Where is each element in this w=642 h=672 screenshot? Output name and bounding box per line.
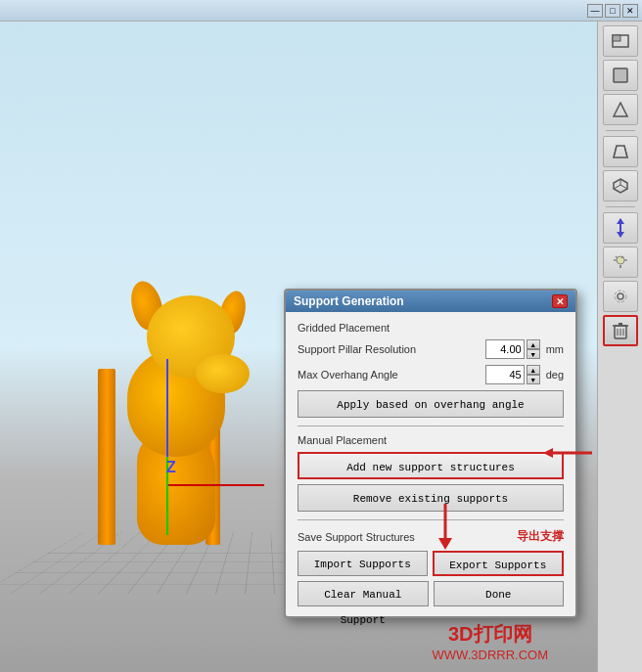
overhang-angle-down[interactable]: ▼ xyxy=(527,375,540,384)
toolbar-light-button[interactable] xyxy=(603,246,638,278)
toolbar-separator-2 xyxy=(606,206,635,207)
pillar-resolution-label: Support Pillar Resolution xyxy=(298,343,485,355)
overhang-angle-row: Max Overhang Angle ▲ ▼ deg xyxy=(298,365,564,384)
pillar-resolution-spinner: ▲ ▼ xyxy=(527,339,540,359)
overhang-angle-up[interactable]: ▲ xyxy=(527,365,540,375)
remove-supports-button[interactable]: Remove existing supports xyxy=(298,484,564,512)
pillar-resolution-value: ▲ ▼ mm xyxy=(485,339,564,359)
toolbar-perspective-button[interactable] xyxy=(603,136,638,167)
chinese-export-label: 导出支撑 xyxy=(517,528,564,545)
support-pillar-left xyxy=(98,369,115,545)
watermark-line2: WWW.3DRRR.COM xyxy=(433,648,548,662)
support-generation-dialog: Support Generation ✕ Gridded Placement S… xyxy=(284,289,577,618)
toolbar-view2-button[interactable] xyxy=(603,60,638,91)
pillar-resolution-down[interactable]: ▼ xyxy=(527,349,540,359)
dialog-titlebar: Support Generation ✕ xyxy=(286,291,575,312)
import-export-row: Import Supports Export Supports xyxy=(298,551,564,576)
svg-line-6 xyxy=(624,146,627,157)
apply-overhang-button[interactable]: Apply based on overhang angle xyxy=(298,390,564,418)
pillar-resolution-up[interactable]: ▲ xyxy=(527,339,540,349)
toolbar-arrow-button[interactable] xyxy=(603,212,638,244)
svg-marker-12 xyxy=(617,218,624,224)
svg-rect-2 xyxy=(614,68,627,82)
divider-2 xyxy=(298,519,564,520)
overhang-angle-value: ▲ ▼ deg xyxy=(485,365,564,384)
right-toolbar xyxy=(597,22,642,672)
clear-manual-button[interactable]: Clear Manual Support xyxy=(298,581,429,606)
svg-point-20 xyxy=(618,293,623,299)
svg-line-18 xyxy=(616,256,618,258)
toolbar-cube-button[interactable] xyxy=(603,170,638,202)
export-supports-button[interactable]: Export Supports xyxy=(433,551,565,576)
save-supports-label: Save Support Structures xyxy=(298,531,517,543)
svg-marker-3 xyxy=(614,103,627,116)
svg-line-9 xyxy=(620,185,627,189)
overhang-angle-unit: deg xyxy=(546,369,564,381)
toolbar-view1-button[interactable] xyxy=(603,25,638,57)
toolbar-view3-button[interactable] xyxy=(603,94,638,125)
model-snout xyxy=(196,354,250,393)
x-axis-line xyxy=(166,484,264,486)
gridded-placement-label: Gridded Placement xyxy=(298,322,564,334)
close-button[interactable]: ✕ xyxy=(622,4,638,18)
toolbar-trash-button[interactable] xyxy=(603,315,638,346)
pillar-resolution-input[interactable] xyxy=(485,339,525,359)
manual-placement-label: Manual Placement xyxy=(298,434,564,446)
clear-done-row: Clear Manual Support Done xyxy=(298,581,564,606)
save-supports-row: Save Support Structures 导出支撑 xyxy=(298,528,564,545)
pillar-resolution-unit: mm xyxy=(546,343,564,355)
svg-line-5 xyxy=(614,146,617,157)
overhang-angle-spinner: ▲ ▼ xyxy=(527,365,540,384)
dialog-title: Support Generation xyxy=(294,294,404,308)
svg-point-21 xyxy=(615,291,626,302)
dialog-body: Gridded Placement Support Pillar Resolut… xyxy=(286,312,575,616)
watermark-line1: 3D打印网 xyxy=(433,621,548,648)
toolbar-settings-button[interactable] xyxy=(603,281,638,312)
overhang-angle-input[interactable] xyxy=(485,365,525,384)
done-button[interactable]: Done xyxy=(434,581,565,606)
add-supports-button[interactable]: Add new support structures xyxy=(298,452,564,479)
title-bar: — □ ✕ xyxy=(0,0,642,22)
dialog-close-button[interactable]: ✕ xyxy=(552,294,568,308)
overhang-angle-label: Max Overhang Angle xyxy=(298,369,485,381)
svg-line-10 xyxy=(614,185,620,189)
z-axis-label: Z xyxy=(166,459,176,476)
divider-1 xyxy=(298,426,564,426)
minimize-button[interactable]: — xyxy=(587,4,603,18)
toolbar-separator-1 xyxy=(606,130,635,131)
svg-rect-1 xyxy=(613,35,620,41)
svg-marker-13 xyxy=(617,232,624,238)
maximize-button[interactable]: □ xyxy=(605,4,620,18)
import-supports-button[interactable]: Import Supports xyxy=(298,551,428,576)
pillar-resolution-row: Support Pillar Resolution ▲ ▼ mm xyxy=(298,339,564,359)
watermark: 3D打印网 WWW.3DRRR.COM xyxy=(433,621,548,662)
